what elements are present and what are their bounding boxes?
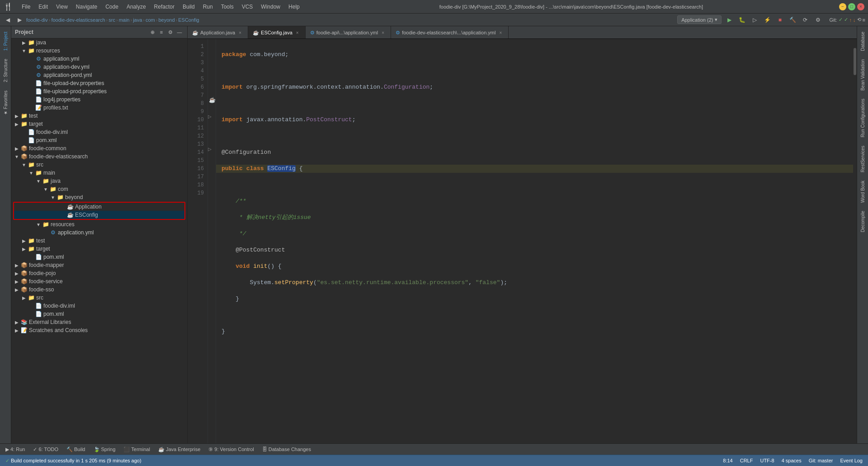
tree-item-java2[interactable]: ▼ 📁 java — [11, 177, 187, 185]
run-config-selector[interactable]: Application (2) ▾ — [677, 15, 722, 24]
menu-file[interactable]: File — [18, 3, 34, 11]
menu-navigate[interactable]: Navigate — [72, 3, 101, 11]
tree-item-beyond2[interactable]: ▼ 📁 beyond — [11, 193, 187, 201]
menu-edit[interactable]: Edit — [35, 3, 52, 11]
indent-setting[interactable]: 4 spaces — [780, 458, 803, 463]
menu-view[interactable]: View — [52, 3, 71, 11]
bottom-tab-version-control[interactable]: ⑨ 9: Version Control — [205, 445, 257, 454]
close-button[interactable]: × — [857, 3, 864, 10]
tree-item-pom2[interactable]: 📄 pom.xml — [11, 253, 187, 261]
right-tab-decompile[interactable]: Decompile — [859, 207, 867, 236]
panel-settings-btn[interactable]: ≡ — [157, 28, 165, 36]
tree-item-pom3[interactable]: 📄 pom.xml — [11, 310, 187, 318]
tab-application-java[interactable]: ☕ Application.java × — [188, 26, 248, 39]
build-status[interactable]: ✓ Build completed successfully in 1 s 20… — [4, 458, 143, 464]
nav-btn-2[interactable]: ⚙ — [813, 15, 823, 25]
expand-arrow[interactable]: ▶ — [13, 145, 20, 152]
breadcrumb-root[interactable]: foodie-div — [26, 17, 48, 23]
bottom-tab-build[interactable]: 🔨 Build — [63, 445, 89, 454]
event-log[interactable]: Event Log — [838, 458, 864, 463]
tab-close-btn[interactable]: × — [237, 29, 243, 36]
tree-item-foodie-dev-es[interactable]: ▼ 📦 foodie-dev-elasticsearch — [11, 152, 187, 161]
expand-arrow[interactable]: ▼ — [35, 177, 42, 185]
stop-button[interactable]: ■ — [775, 15, 785, 25]
tree-item-foodie-sso[interactable]: ▶ 📦 foodie-sso — [11, 285, 187, 294]
right-tab-database[interactable]: Database — [859, 28, 867, 55]
expand-arrow[interactable]: ▼ — [28, 169, 35, 176]
tree-item-app-yml2[interactable]: ⚙ application.yml — [11, 228, 187, 237]
bottom-tab-run[interactable]: ▶ 4: Run — [2, 445, 28, 454]
tree-item-external-libs[interactable]: ▶ 📚 External Libraries — [11, 318, 187, 326]
menu-run[interactable]: Run — [199, 3, 217, 11]
bottom-tab-java-enterprise[interactable]: ☕ Java Enterprise — [155, 445, 204, 454]
panel-locate-btn[interactable]: ⊕ — [148, 28, 156, 36]
bottom-tab-todo[interactable]: ✓ 6: TODO — [29, 445, 62, 454]
bottom-tab-spring[interactable]: 🍃 Spring — [90, 445, 119, 454]
breadcrumb-src[interactable]: src — [108, 17, 115, 23]
menu-code[interactable]: Code — [102, 3, 122, 11]
tree-item-esconfig[interactable]: ☕ ESConfig — [14, 211, 184, 219]
sidebar-tab-structure[interactable]: 2: Structure — [1, 55, 10, 86]
tab-close-btn[interactable]: × — [497, 29, 504, 36]
scrollbar-thumb[interactable] — [854, 48, 856, 75]
tree-item-foodie-div-iml[interactable]: 📄 foodie-div.iml — [11, 128, 187, 136]
editor-tabs[interactable]: ☕ Application.java × ☕ ESConfig.java × ⚙… — [188, 26, 857, 39]
tree-item-scratches[interactable]: ▶ 📝 Scratches and Consoles — [11, 326, 187, 334]
window-controls[interactable]: − □ × — [839, 3, 864, 10]
tree-item-src2[interactable]: ▼ 📁 src — [11, 161, 187, 169]
menu-window[interactable]: Window — [257, 3, 284, 11]
expand-arrow[interactable]: ▶ — [13, 120, 20, 128]
tree-item-foodie-mapper[interactable]: ▶ 📦 foodie-mapper — [11, 261, 187, 269]
right-tab-bean[interactable]: Bean Validation — [859, 56, 867, 94]
panel-gear-btn[interactable]: ⚙ — [166, 28, 175, 36]
tab-foodie-api-yaml[interactable]: ⚙ foodie-api\...\application.yml × — [306, 26, 391, 39]
cursor-position[interactable]: 8:14 — [721, 458, 734, 463]
breadcrumb-main[interactable]: main — [119, 17, 130, 23]
tree-item-foodie-pojo[interactable]: ▶ 📦 foodie-pojo — [11, 269, 187, 277]
expand-arrow[interactable]: ▼ — [20, 47, 28, 54]
menu-refactor[interactable]: Refactor — [151, 3, 178, 11]
tree-item-main2[interactable]: ▼ 📁 main — [11, 169, 187, 177]
profile-button[interactable]: ⚡ — [762, 15, 772, 25]
expand-arrow[interactable]: ▶ — [13, 319, 20, 326]
git-branch[interactable]: Git: master — [807, 458, 835, 463]
tab-foodie-es-yaml[interactable]: ⚙ foodie-dev-elasticsearch\...\applicati… — [391, 26, 509, 39]
right-tab-run[interactable]: Run Configurations — [859, 95, 867, 141]
expand-arrow[interactable]: ▶ — [20, 39, 28, 46]
sidebar-tab-project[interactable]: 1: Project — [1, 28, 10, 54]
tree-item-profiles[interactable]: 📝 profiles.txt — [11, 104, 187, 112]
tab-close-btn[interactable]: × — [380, 29, 386, 36]
run-with-coverage[interactable]: ▷ — [750, 15, 760, 25]
vertical-scrollbar[interactable] — [853, 39, 857, 443]
expand-arrow[interactable]: ▼ — [42, 185, 49, 193]
expand-arrow[interactable]: ▶ — [20, 294, 28, 301]
tab-close-btn[interactable]: × — [294, 29, 301, 36]
tree-item-test2[interactable]: ▶ 📁 test — [11, 237, 187, 245]
nav-btn-1[interactable]: ⟳ — [800, 15, 810, 25]
expand-arrow[interactable]: ▼ — [13, 153, 20, 160]
menu-vcs[interactable]: VCS — [238, 3, 257, 11]
tree-item-file-upload-dev[interactable]: 📄 file-upload-dev.properties — [11, 79, 187, 87]
encoding[interactable]: UTF-8 — [758, 458, 776, 463]
build-button[interactable]: 🔨 — [788, 15, 797, 25]
expand-arrow[interactable]: ▼ — [49, 194, 57, 201]
expand-arrow[interactable]: ▶ — [13, 286, 20, 293]
right-tab-word[interactable]: Word Book — [859, 177, 867, 206]
code-content[interactable]: package com.beyond; import org.springfra… — [216, 39, 853, 443]
run-button[interactable]: ▶ — [724, 15, 734, 25]
tree-item-foodie-service[interactable]: ▶ 📦 foodie-service — [11, 277, 187, 285]
tree-item-src3[interactable]: ▶ 📁 src — [11, 294, 187, 302]
tree-item-pom1[interactable]: 📄 pom.xml — [11, 136, 187, 144]
tree-item-target[interactable]: ▶ 📁 target — [11, 120, 187, 128]
expand-arrow[interactable]: ▶ — [20, 245, 28, 252]
menu-bar[interactable]: File Edit View Navigate Code Analyze Ref… — [18, 3, 303, 11]
tree-item-com2[interactable]: ▼ 📁 com — [11, 185, 187, 193]
breadcrumb-beyond[interactable]: beyond — [158, 17, 175, 23]
expand-arrow[interactable]: ▶ — [13, 112, 20, 119]
panel-hide-btn[interactable]: — — [175, 28, 184, 36]
back-button[interactable]: ◀ — [3, 15, 13, 25]
minimize-button[interactable]: − — [839, 3, 846, 10]
breadcrumb-java[interactable]: java — [133, 17, 142, 23]
menu-help[interactable]: Help — [285, 3, 303, 11]
forward-button[interactable]: ▶ — [14, 15, 24, 25]
